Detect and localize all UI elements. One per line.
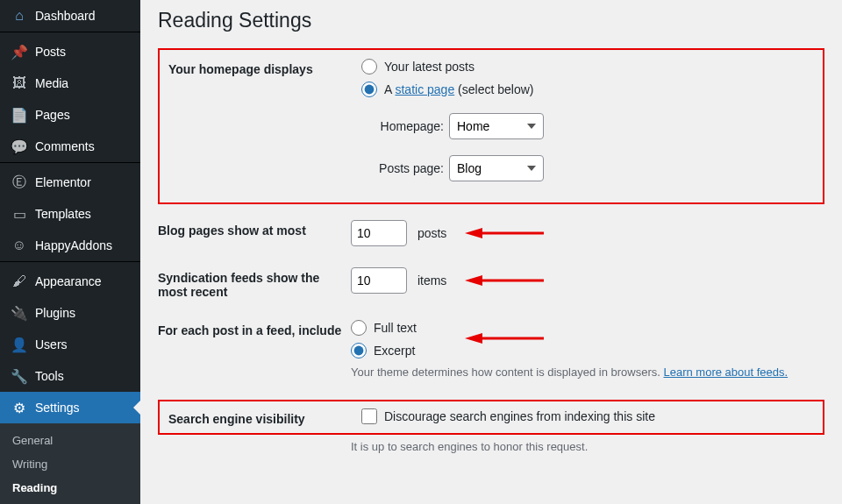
homepage-displays-label: Your homepage displays xyxy=(168,59,361,76)
homepage-static-radio[interactable] xyxy=(361,82,377,97)
sidebar-item-dashboard[interactable]: ⌂Dashboard xyxy=(0,0,140,32)
sidebar-item-media[interactable]: 🖼Media xyxy=(0,67,140,99)
annotation-arrow xyxy=(465,225,544,244)
settings-submenu: General Writing Reading xyxy=(0,423,140,504)
sidebar-item-label: Posts xyxy=(35,45,66,59)
sidebar-item-posts[interactable]: 📌Posts xyxy=(0,36,140,67)
submenu-reading[interactable]: Reading xyxy=(0,476,140,500)
page-title: Reading Settings xyxy=(158,9,824,32)
comments-icon: 💬 xyxy=(11,138,28,155)
sidebar-item-tools[interactable]: 🔧Tools xyxy=(0,360,140,392)
static-page-link[interactable]: static page xyxy=(395,82,454,96)
homepage-select-label: Homepage: xyxy=(361,119,444,133)
sidebar-item-label: Media xyxy=(35,76,68,90)
pages-icon: 📄 xyxy=(11,106,28,124)
submenu-general[interactable]: General xyxy=(0,429,140,452)
feed-full-radio-row[interactable]: Full text xyxy=(351,320,824,336)
search-checkbox-row[interactable]: Discourage search engines from indexing … xyxy=(361,408,814,424)
elementor-icon: Ⓔ xyxy=(11,174,28,191)
svg-marker-1 xyxy=(465,228,482,238)
svg-marker-5 xyxy=(465,333,482,344)
sliders-icon: ⚙ xyxy=(11,399,28,416)
search-discourage-checkbox[interactable] xyxy=(361,408,377,424)
sidebar-item-label: Dashboard xyxy=(35,9,96,23)
search-visibility-label: Search engine visibility xyxy=(168,408,361,426)
feedcontent-desc: Your theme determines how content is dis… xyxy=(351,366,824,379)
svg-marker-3 xyxy=(465,275,482,286)
learn-feeds-link[interactable]: Learn more about feeds. xyxy=(663,366,788,379)
feeds-input[interactable] xyxy=(351,267,407,294)
sidebar-item-settings[interactable]: ⚙Settings xyxy=(0,392,140,423)
sidebar-item-elementor[interactable]: ⒺElementor xyxy=(0,167,140,198)
homepage-static-radio-row[interactable]: A static page (select below) xyxy=(361,82,814,97)
feed-excerpt-radio-row[interactable]: Excerpt xyxy=(351,343,824,358)
blogpages-label: Blog pages show at most xyxy=(158,220,351,238)
search-desc: It is up to search engines to honor this… xyxy=(351,440,824,453)
user-icon: 👤 xyxy=(11,336,28,353)
annotation-arrow xyxy=(465,330,544,349)
sidebar-item-appearance[interactable]: 🖌Appearance xyxy=(0,266,140,297)
sidebar-item-label: Templates xyxy=(35,207,91,221)
desc-text: Your theme determines how content is dis… xyxy=(351,366,663,379)
homepage-highlight-box: Your homepage displays Your latest posts… xyxy=(158,48,824,204)
static-suffix: (select below) xyxy=(454,82,533,96)
sidebar-item-label: Tools xyxy=(35,369,64,383)
brush-icon: 🖌 xyxy=(11,273,28,290)
feeds-label: Syndication feeds show the most recent xyxy=(158,267,351,299)
postspage-select[interactable]: Blog xyxy=(449,155,544,181)
dashboard-icon: ⌂ xyxy=(11,7,28,25)
annotation-arrow xyxy=(465,273,544,291)
sidebar-item-pages[interactable]: 📄Pages xyxy=(0,99,140,131)
sidebar-item-label: Appearance xyxy=(35,274,102,288)
submenu-writing[interactable]: Writing xyxy=(0,452,140,476)
plug-icon: 🔌 xyxy=(11,304,28,322)
feed-excerpt-label: Excerpt xyxy=(374,344,415,358)
wrench-icon: 🔧 xyxy=(11,367,28,385)
feed-full-radio[interactable] xyxy=(351,320,367,336)
sidebar-item-happyaddons[interactable]: ☺HappyAddons xyxy=(0,230,140,261)
templates-icon: ▭ xyxy=(11,205,28,223)
sidebar-item-label: Plugins xyxy=(35,306,75,320)
blogpages-unit: posts xyxy=(417,226,446,240)
feed-excerpt-radio[interactable] xyxy=(351,343,367,358)
blogpages-input[interactable] xyxy=(351,220,407,246)
pin-icon: 📌 xyxy=(11,43,28,60)
sidebar-item-plugins[interactable]: 🔌Plugins xyxy=(0,297,140,329)
homepage-select[interactable]: Home xyxy=(449,113,544,139)
content-area: Reading Settings Your homepage displays … xyxy=(140,0,842,504)
media-icon: 🖼 xyxy=(11,75,28,92)
feedcontent-label: For each post in a feed, include xyxy=(158,320,351,337)
sidebar-item-comments[interactable]: 💬Comments xyxy=(0,131,140,162)
sidebar-item-templates[interactable]: ▭Templates xyxy=(0,198,140,230)
feed-full-label: Full text xyxy=(374,321,417,335)
search-highlight-box: Search engine visibility Discourage sear… xyxy=(158,400,824,435)
sidebar-item-label: Pages xyxy=(35,108,70,122)
sidebar-item-label: Settings xyxy=(35,401,80,415)
homepage-latest-radio-row[interactable]: Your latest posts xyxy=(361,59,814,75)
search-checkbox-label: Discourage search engines from indexing … xyxy=(384,409,655,423)
homepage-latest-radio[interactable] xyxy=(361,59,377,75)
sidebar-item-label: Users xyxy=(35,337,68,351)
feeds-unit: items xyxy=(417,273,446,287)
sidebar-item-label: Comments xyxy=(35,139,95,153)
homepage-static-label: A static page (select below) xyxy=(384,82,533,96)
sidebar-item-label: HappyAddons xyxy=(35,238,112,252)
homepage-latest-label: Your latest posts xyxy=(384,60,475,74)
happyaddons-icon: ☺ xyxy=(11,237,28,254)
admin-sidebar: ⌂Dashboard 📌Posts 🖼Media 📄Pages 💬Comment… xyxy=(0,0,140,504)
sidebar-item-label: Elementor xyxy=(35,175,91,189)
sidebar-item-users[interactable]: 👤Users xyxy=(0,329,140,360)
static-prefix: A xyxy=(384,82,395,96)
postspage-select-label: Posts page: xyxy=(361,161,444,175)
